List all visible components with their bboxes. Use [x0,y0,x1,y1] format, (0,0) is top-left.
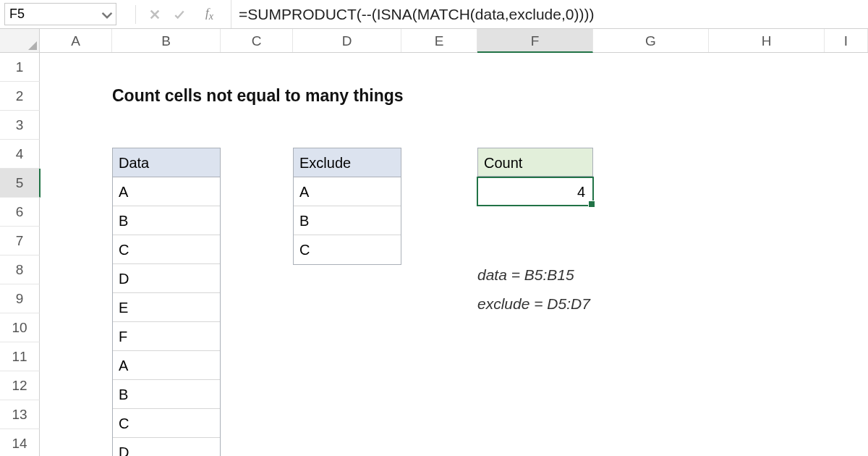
formula-text: =SUMPRODUCT(--(ISNA(MATCH(data,exclude,0… [239,6,594,23]
row-header-11[interactable]: 11 [0,342,40,371]
row-header-8[interactable]: 8 [0,256,40,284]
table-row[interactable]: E [113,293,220,322]
separator [135,5,136,24]
cancel-icon[interactable] [149,9,161,20]
column-header-a[interactable]: A [40,29,112,52]
note-data-range: data = B5:B15 [477,266,574,284]
spreadsheet-grid: ABCDEFGHI 1234567891011121314 Count cell… [0,29,868,456]
formula-bar: F5 fx =SUMPRODUCT(--(ISNA(MATCH(data,exc… [0,0,868,29]
data-table-header[interactable]: Data [113,148,220,177]
enter-icon[interactable] [174,9,185,20]
row-header-14[interactable]: 14 [0,429,40,456]
name-box-value: F5 [9,7,25,22]
table-row[interactable]: F [113,322,220,351]
column-header-c[interactable]: C [221,29,293,52]
row-header-6[interactable]: 6 [0,198,40,227]
table-row[interactable]: D [113,438,220,456]
chevron-down-icon[interactable] [101,9,111,20]
table-row[interactable]: A [113,177,220,206]
data-table: Data ABCDEFABCD [112,148,221,456]
column-header-d[interactable]: D [293,29,401,52]
page-title: Count cells not equal to many things [112,86,404,106]
count-value: 4 [577,184,585,200]
count-header[interactable]: Count [477,148,593,177]
row-header-10[interactable]: 10 [0,313,40,342]
formula-bar-controls: fx [118,0,228,28]
table-row[interactable]: C [113,235,220,264]
column-header-b[interactable]: B [112,29,221,52]
column-header-e[interactable]: E [401,29,477,52]
fx-icon[interactable]: fx [198,6,221,22]
table-row[interactable]: A [113,351,220,380]
table-row[interactable]: C [294,235,401,264]
formula-input[interactable]: =SUMPRODUCT(--(ISNA(MATCH(data,exclude,0… [231,0,868,28]
column-header-h[interactable]: H [709,29,825,52]
table-row[interactable]: C [113,409,220,438]
row-header-1[interactable]: 1 [0,53,40,82]
exclude-table: Exclude ABC [293,148,401,265]
column-header-f[interactable]: F [477,29,593,53]
column-header-g[interactable]: G [593,29,709,52]
worksheet: 1234567891011121314 Count cells not equa… [0,53,868,456]
row-header-5[interactable]: 5 [0,169,41,198]
cells-area[interactable]: Count cells not equal to many things Dat… [40,53,868,456]
row-headers: 1234567891011121314 [0,53,40,456]
select-all-corner[interactable] [0,29,40,52]
name-box[interactable]: F5 [4,3,116,25]
row-header-13[interactable]: 13 [0,400,40,429]
column-headers: ABCDEFGHI [0,29,868,53]
column-header-i[interactable]: I [825,29,868,52]
note-exclude-range: exclude = D5:D7 [477,295,590,313]
active-cell[interactable]: 4 [477,177,594,206]
table-row[interactable]: D [113,264,220,293]
table-row[interactable]: A [294,177,401,206]
row-header-3[interactable]: 3 [0,111,40,140]
row-header-9[interactable]: 9 [0,284,40,313]
table-row[interactable]: B [113,206,220,235]
row-header-7[interactable]: 7 [0,227,40,256]
row-header-12[interactable]: 12 [0,371,40,400]
table-row[interactable]: B [294,206,401,235]
table-row[interactable]: B [113,380,220,409]
row-header-2[interactable]: 2 [0,82,40,111]
exclude-table-header[interactable]: Exclude [294,148,401,177]
row-header-4[interactable]: 4 [0,140,40,169]
